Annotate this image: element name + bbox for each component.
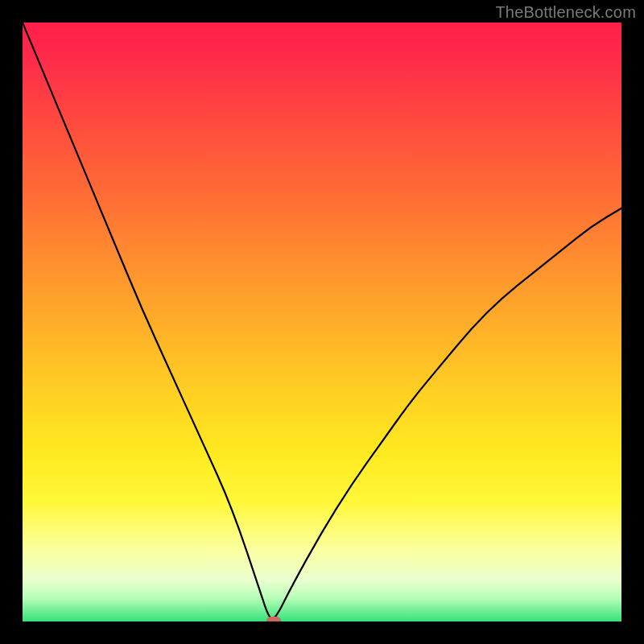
chart-frame: TheBottleneck.com: [0, 0, 644, 644]
curve-path: [23, 23, 621, 619]
bottleneck-curve: [23, 23, 621, 621]
watermark-text: TheBottleneck.com: [495, 3, 636, 22]
optimal-point-marker: [266, 617, 281, 621]
plot-area: [23, 23, 621, 621]
